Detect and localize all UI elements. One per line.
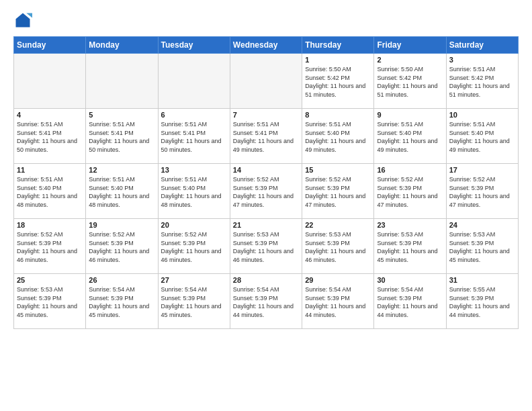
day-info: Sunrise: 5:52 AM Sunset: 5:39 PM Dayligh… xyxy=(377,175,443,209)
weekday-header-wednesday: Wednesday xyxy=(230,37,302,54)
calendar-cell: 17Sunrise: 5:52 AM Sunset: 5:39 PM Dayli… xyxy=(446,164,518,219)
day-number: 12 xyxy=(89,166,154,174)
day-info: Sunrise: 5:50 AM Sunset: 5:42 PM Dayligh… xyxy=(305,65,371,99)
day-number: 26 xyxy=(89,276,154,284)
weekday-header-thursday: Thursday xyxy=(302,37,374,54)
day-info: Sunrise: 5:50 AM Sunset: 5:42 PM Dayligh… xyxy=(377,65,443,99)
calendar-cell: 14Sunrise: 5:52 AM Sunset: 5:39 PM Dayli… xyxy=(230,164,302,219)
day-number: 30 xyxy=(377,276,443,284)
day-number: 4 xyxy=(17,111,83,119)
day-number: 9 xyxy=(377,111,443,119)
day-info: Sunrise: 5:52 AM Sunset: 5:39 PM Dayligh… xyxy=(161,230,227,264)
day-info: Sunrise: 5:51 AM Sunset: 5:40 PM Dayligh… xyxy=(89,175,154,209)
calendar-cell: 27Sunrise: 5:54 AM Sunset: 5:39 PM Dayli… xyxy=(158,274,230,329)
day-number: 11 xyxy=(17,166,83,174)
day-number: 23 xyxy=(377,221,443,229)
calendar-cell: 4Sunrise: 5:51 AM Sunset: 5:41 PM Daylig… xyxy=(14,109,86,164)
weekday-header-friday: Friday xyxy=(374,37,446,54)
calendar-week-0: 1Sunrise: 5:50 AM Sunset: 5:42 PM Daylig… xyxy=(14,54,519,109)
day-number: 21 xyxy=(233,221,299,229)
day-info: Sunrise: 5:53 AM Sunset: 5:39 PM Dayligh… xyxy=(305,230,371,264)
day-info: Sunrise: 5:51 AM Sunset: 5:40 PM Dayligh… xyxy=(305,120,371,154)
day-number: 29 xyxy=(305,276,371,284)
calendar-cell xyxy=(86,54,158,109)
day-number: 15 xyxy=(305,166,371,174)
logo-icon xyxy=(13,11,32,30)
day-info: Sunrise: 5:54 AM Sunset: 5:39 PM Dayligh… xyxy=(233,285,299,319)
calendar-cell xyxy=(14,54,86,109)
calendar-cell: 8Sunrise: 5:51 AM Sunset: 5:40 PM Daylig… xyxy=(302,109,374,164)
weekday-header-monday: Monday xyxy=(86,37,158,54)
calendar-cell: 6Sunrise: 5:51 AM Sunset: 5:41 PM Daylig… xyxy=(158,109,230,164)
day-info: Sunrise: 5:52 AM Sunset: 5:39 PM Dayligh… xyxy=(233,175,299,209)
calendar-cell: 31Sunrise: 5:55 AM Sunset: 5:39 PM Dayli… xyxy=(446,274,518,329)
day-info: Sunrise: 5:52 AM Sunset: 5:39 PM Dayligh… xyxy=(89,230,154,264)
day-info: Sunrise: 5:53 AM Sunset: 5:39 PM Dayligh… xyxy=(233,230,299,264)
day-info: Sunrise: 5:51 AM Sunset: 5:41 PM Dayligh… xyxy=(17,120,83,154)
day-info: Sunrise: 5:55 AM Sunset: 5:39 PM Dayligh… xyxy=(449,285,515,319)
day-info: Sunrise: 5:51 AM Sunset: 5:41 PM Dayligh… xyxy=(89,120,154,154)
header xyxy=(13,11,519,30)
day-number: 28 xyxy=(233,276,299,284)
day-info: Sunrise: 5:51 AM Sunset: 5:40 PM Dayligh… xyxy=(17,175,83,209)
day-number: 10 xyxy=(449,111,515,119)
calendar-cell: 30Sunrise: 5:54 AM Sunset: 5:39 PM Dayli… xyxy=(374,274,446,329)
day-number: 8 xyxy=(305,111,371,119)
calendar-cell: 24Sunrise: 5:53 AM Sunset: 5:39 PM Dayli… xyxy=(446,219,518,274)
day-number: 19 xyxy=(89,221,154,229)
day-number: 1 xyxy=(305,56,371,64)
day-number: 13 xyxy=(161,166,227,174)
day-info: Sunrise: 5:51 AM Sunset: 5:40 PM Dayligh… xyxy=(377,120,443,154)
day-info: Sunrise: 5:53 AM Sunset: 5:39 PM Dayligh… xyxy=(449,230,515,264)
calendar-cell: 3Sunrise: 5:51 AM Sunset: 5:42 PM Daylig… xyxy=(446,54,518,109)
calendar-cell: 2Sunrise: 5:50 AM Sunset: 5:42 PM Daylig… xyxy=(374,54,446,109)
calendar-week-3: 18Sunrise: 5:52 AM Sunset: 5:39 PM Dayli… xyxy=(14,219,519,274)
day-number: 5 xyxy=(89,111,154,119)
calendar-cell: 13Sunrise: 5:51 AM Sunset: 5:40 PM Dayli… xyxy=(158,164,230,219)
calendar-week-4: 25Sunrise: 5:53 AM Sunset: 5:39 PM Dayli… xyxy=(14,274,519,329)
day-number: 25 xyxy=(17,276,83,284)
day-info: Sunrise: 5:53 AM Sunset: 5:39 PM Dayligh… xyxy=(17,285,83,319)
weekday-header-sunday: Sunday xyxy=(14,37,86,54)
day-number: 27 xyxy=(161,276,227,284)
day-info: Sunrise: 5:51 AM Sunset: 5:41 PM Dayligh… xyxy=(161,120,227,154)
day-info: Sunrise: 5:51 AM Sunset: 5:40 PM Dayligh… xyxy=(449,120,515,154)
calendar-cell xyxy=(158,54,230,109)
day-number: 2 xyxy=(377,56,443,64)
calendar-cell xyxy=(230,54,302,109)
calendar-cell: 1Sunrise: 5:50 AM Sunset: 5:42 PM Daylig… xyxy=(302,54,374,109)
calendar-cell: 19Sunrise: 5:52 AM Sunset: 5:39 PM Dayli… xyxy=(86,219,158,274)
day-number: 31 xyxy=(449,276,515,284)
logo xyxy=(13,11,35,30)
calendar-cell: 22Sunrise: 5:53 AM Sunset: 5:39 PM Dayli… xyxy=(302,219,374,274)
day-number: 22 xyxy=(305,221,371,229)
day-info: Sunrise: 5:54 AM Sunset: 5:39 PM Dayligh… xyxy=(305,285,371,319)
calendar-cell: 11Sunrise: 5:51 AM Sunset: 5:40 PM Dayli… xyxy=(14,164,86,219)
calendar-week-1: 4Sunrise: 5:51 AM Sunset: 5:41 PM Daylig… xyxy=(14,109,519,164)
calendar-cell: 9Sunrise: 5:51 AM Sunset: 5:40 PM Daylig… xyxy=(374,109,446,164)
calendar-cell: 20Sunrise: 5:52 AM Sunset: 5:39 PM Dayli… xyxy=(158,219,230,274)
day-number: 6 xyxy=(161,111,227,119)
calendar-cell: 28Sunrise: 5:54 AM Sunset: 5:39 PM Dayli… xyxy=(230,274,302,329)
calendar-cell: 5Sunrise: 5:51 AM Sunset: 5:41 PM Daylig… xyxy=(86,109,158,164)
day-info: Sunrise: 5:51 AM Sunset: 5:42 PM Dayligh… xyxy=(449,65,515,99)
calendar-cell: 10Sunrise: 5:51 AM Sunset: 5:40 PM Dayli… xyxy=(446,109,518,164)
calendar-cell: 25Sunrise: 5:53 AM Sunset: 5:39 PM Dayli… xyxy=(14,274,86,329)
calendar-cell: 15Sunrise: 5:52 AM Sunset: 5:39 PM Dayli… xyxy=(302,164,374,219)
day-info: Sunrise: 5:53 AM Sunset: 5:39 PM Dayligh… xyxy=(377,230,443,264)
calendar-cell: 21Sunrise: 5:53 AM Sunset: 5:39 PM Dayli… xyxy=(230,219,302,274)
calendar-cell: 26Sunrise: 5:54 AM Sunset: 5:39 PM Dayli… xyxy=(86,274,158,329)
weekday-header-row: SundayMondayTuesdayWednesdayThursdayFrid… xyxy=(14,37,519,54)
weekday-header-saturday: Saturday xyxy=(446,37,518,54)
calendar-table: SundayMondayTuesdayWednesdayThursdayFrid… xyxy=(13,36,519,329)
day-info: Sunrise: 5:52 AM Sunset: 5:39 PM Dayligh… xyxy=(17,230,83,264)
day-info: Sunrise: 5:54 AM Sunset: 5:39 PM Dayligh… xyxy=(89,285,154,319)
day-number: 18 xyxy=(17,221,83,229)
day-info: Sunrise: 5:54 AM Sunset: 5:39 PM Dayligh… xyxy=(377,285,443,319)
calendar-cell: 16Sunrise: 5:52 AM Sunset: 5:39 PM Dayli… xyxy=(374,164,446,219)
calendar-week-2: 11Sunrise: 5:51 AM Sunset: 5:40 PM Dayli… xyxy=(14,164,519,219)
day-number: 17 xyxy=(449,166,515,174)
calendar-cell: 18Sunrise: 5:52 AM Sunset: 5:39 PM Dayli… xyxy=(14,219,86,274)
calendar-cell: 12Sunrise: 5:51 AM Sunset: 5:40 PM Dayli… xyxy=(86,164,158,219)
day-info: Sunrise: 5:52 AM Sunset: 5:39 PM Dayligh… xyxy=(305,175,371,209)
